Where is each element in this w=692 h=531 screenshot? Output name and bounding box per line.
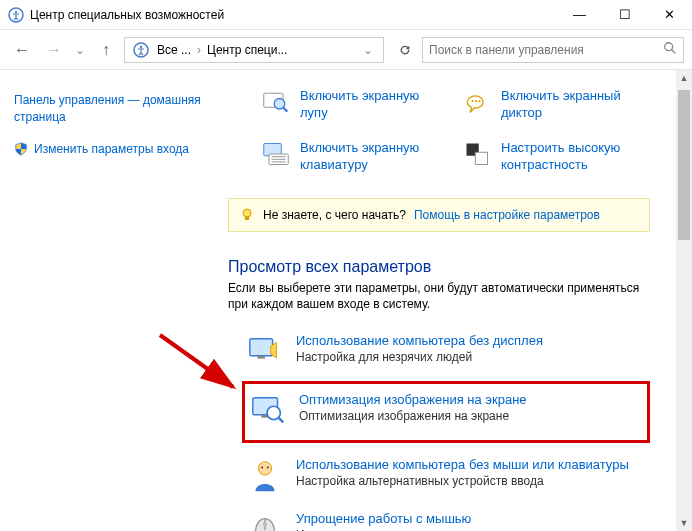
refresh-icon (398, 43, 412, 57)
quick-access-grid: Включить экранную лупу Включить экранный… (218, 70, 674, 198)
titlebar: Центр специальных возможностей — ☐ ✕ (0, 0, 692, 30)
svg-point-12 (479, 100, 481, 102)
option-subtitle: Настройка для незрячих людей (296, 350, 646, 364)
history-dropdown[interactable]: ⌄ (72, 36, 88, 64)
svg-rect-21 (245, 217, 249, 220)
person-icon (246, 457, 284, 495)
monitor-speaker-icon (246, 333, 284, 371)
ease-of-access-icon (133, 42, 149, 58)
option-title: Оптимизация изображения на экране (299, 392, 643, 407)
sidebar: Панель управления — домашняя страница Из… (0, 70, 218, 531)
option-subtitle: Оптимизация изображения на экране (299, 409, 643, 423)
window-controls: — ☐ ✕ (557, 0, 692, 30)
scroll-down-arrow[interactable]: ▼ (676, 515, 692, 531)
magnifier-icon (262, 88, 290, 116)
ease-of-access-icon (8, 7, 24, 23)
main-content: Включить экранную лупу Включить экранный… (218, 70, 692, 531)
breadcrumb[interactable]: Все ... › Центр специ... ⌄ (124, 37, 384, 63)
svg-point-9 (467, 96, 483, 108)
svg-point-11 (475, 100, 477, 102)
window-title: Центр специальных возможностей (30, 8, 557, 22)
svg-point-26 (267, 406, 280, 419)
control-panel-home-link[interactable]: Панель управления — домашняя страница (14, 92, 206, 127)
chevron-down-icon[interactable]: ⌄ (357, 43, 379, 57)
back-button[interactable]: ← (8, 36, 36, 64)
monitor-magnify-icon (249, 392, 287, 430)
quick-osk[interactable]: Включить экранную клавиатуру (262, 140, 443, 174)
svg-line-8 (283, 107, 287, 111)
search-box[interactable] (422, 37, 684, 63)
quick-contrast[interactable]: Настроить высокую контрастность (463, 140, 644, 174)
option-no-mouse-keyboard[interactable]: Использование компьютера без мыши или кл… (242, 451, 650, 505)
option-subtitle: Настройка альтернативных устройств ввода (296, 474, 646, 488)
search-icon[interactable] (663, 41, 677, 58)
svg-rect-23 (257, 356, 265, 359)
option-optimize-display[interactable]: Оптимизация изображения на экране Оптими… (249, 390, 643, 432)
breadcrumb-seg1[interactable]: Все ... (153, 43, 195, 57)
forward-button[interactable]: → (40, 36, 68, 64)
narrator-icon (463, 88, 491, 116)
lightbulb-icon (239, 207, 255, 223)
svg-rect-22 (250, 339, 273, 356)
section-title: Просмотр всех параметров (218, 232, 674, 280)
chevron-right-icon: › (195, 43, 203, 57)
options-list: Использование компьютера без дисплея Нас… (218, 327, 674, 531)
scroll-thumb[interactable] (678, 90, 690, 240)
svg-line-5 (672, 50, 676, 54)
svg-point-29 (261, 467, 263, 469)
hint-text: Не знаете, с чего начать? (263, 208, 406, 222)
svg-rect-19 (475, 152, 487, 164)
svg-rect-33 (263, 522, 267, 528)
contrast-icon (463, 140, 491, 168)
breadcrumb-seg2[interactable]: Центр специ... (203, 43, 291, 57)
shield-icon (14, 142, 28, 156)
svg-point-4 (665, 43, 673, 51)
maximize-button[interactable]: ☐ (602, 0, 647, 30)
mouse-icon (246, 511, 284, 531)
vertical-scrollbar[interactable]: ▲ ▼ (676, 70, 692, 531)
section-description: Если вы выберете эти параметры, они буду… (218, 280, 674, 328)
navbar: ← → ⌄ ↑ Все ... › Центр специ... ⌄ (0, 30, 692, 70)
svg-point-1 (15, 10, 17, 12)
option-title: Использование компьютера без мыши или кл… (296, 457, 646, 472)
option-title: Использование компьютера без дисплея (296, 333, 646, 348)
search-input[interactable] (429, 43, 663, 57)
keyboard-icon (262, 140, 290, 168)
svg-point-28 (258, 462, 271, 475)
scroll-up-arrow[interactable]: ▲ (676, 70, 692, 86)
svg-point-20 (243, 209, 251, 217)
option-title: Упрощение работы с мышью (296, 511, 646, 526)
svg-line-27 (278, 418, 283, 423)
svg-point-10 (472, 100, 474, 102)
refresh-button[interactable] (392, 37, 418, 63)
highlighted-option-box: Оптимизация изображения на экране Оптими… (242, 381, 650, 443)
close-button[interactable]: ✕ (647, 0, 692, 30)
svg-point-3 (140, 45, 142, 47)
quick-narrator[interactable]: Включить экранный диктор (463, 88, 644, 122)
option-mouse-easier[interactable]: Упрощение работы с мышью Изменение парам… (242, 505, 650, 531)
hint-link[interactable]: Помощь в настройке параметров (414, 208, 600, 222)
hint-bar: Не знаете, с чего начать? Помощь в настр… (228, 198, 650, 232)
minimize-button[interactable]: — (557, 0, 602, 30)
up-button[interactable]: ↑ (92, 36, 120, 64)
option-no-display[interactable]: Использование компьютера без дисплея Нас… (242, 327, 650, 381)
change-login-params-link[interactable]: Изменить параметры входа (14, 141, 206, 158)
quick-magnifier[interactable]: Включить экранную лупу (262, 88, 443, 122)
svg-point-30 (267, 467, 269, 469)
